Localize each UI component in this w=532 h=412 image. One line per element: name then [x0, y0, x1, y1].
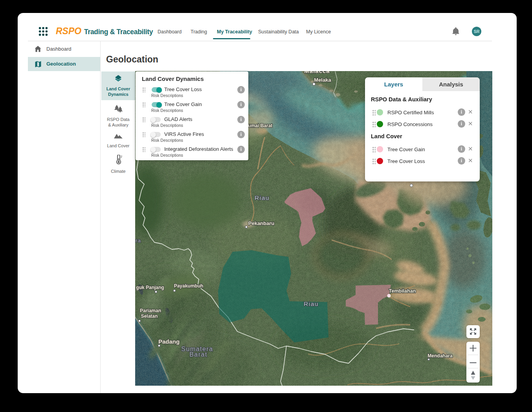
svg-text:Barat: Barat [189, 351, 207, 358]
svg-text:Riau: Riau [255, 194, 270, 201]
svg-text:guk Panjang: guk Panjang [136, 285, 164, 290]
svg-text:Payakumbuh: Payakumbuh [174, 283, 204, 289]
svg-text:Selatan: Selatan [141, 313, 158, 319]
svg-text:ra: ra [136, 238, 141, 244]
svg-text:Mendahara: Mendahara [427, 353, 453, 359]
svg-text:Malacca: Malacca [304, 71, 330, 74]
svg-text:Dumai Barat: Dumai Barat [245, 123, 273, 128]
svg-text:Pariaman: Pariaman [140, 308, 161, 313]
svg-text:Riau: Riau [304, 300, 319, 307]
svg-text:Pekanbaru: Pekanbaru [248, 220, 275, 226]
svg-text:Tembilahan: Tembilahan [389, 288, 416, 294]
svg-text:Padang: Padang [158, 338, 180, 345]
svg-text:Melaka: Melaka [314, 77, 331, 83]
